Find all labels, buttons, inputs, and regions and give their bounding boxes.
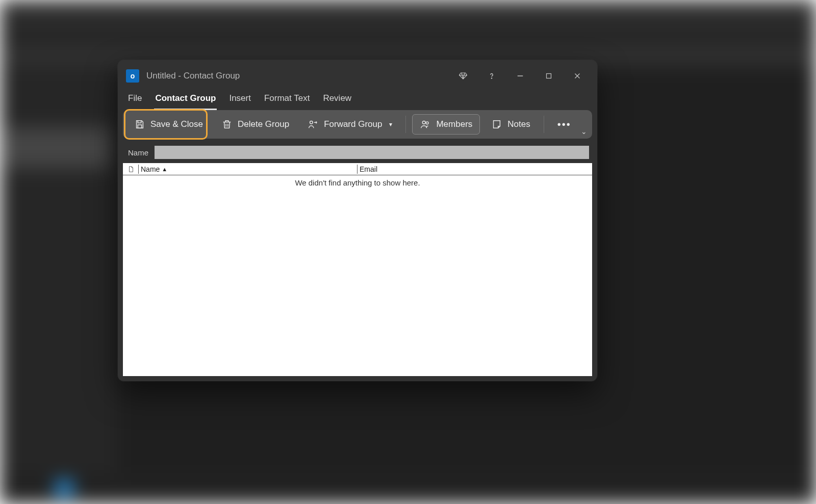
trash-icon xyxy=(221,119,233,130)
help-icon[interactable] xyxy=(479,67,504,85)
minimize-button[interactable] xyxy=(507,67,533,85)
ribbon-collapse-chevron-icon[interactable]: ⌄ xyxy=(581,127,587,136)
ellipsis-icon: ••• xyxy=(557,119,571,130)
doc-type-icon[interactable] xyxy=(126,165,136,173)
tab-review[interactable]: Review xyxy=(322,93,352,110)
save-close-label: Save & Close xyxy=(150,119,203,129)
title-sep: - xyxy=(176,71,184,81)
svg-point-0 xyxy=(491,78,492,78)
name-field-label: Name xyxy=(128,148,148,157)
svg-point-3 xyxy=(310,121,313,124)
forward-people-icon xyxy=(308,119,319,130)
sort-ascending-icon: ▲ xyxy=(162,166,167,172)
name-row: Name xyxy=(123,146,592,163)
col-divider xyxy=(138,165,139,174)
ribbon: Save & Close Delete Group Forward Group … xyxy=(123,110,592,139)
forward-group-button[interactable]: Forward Group ▾ xyxy=(300,115,399,134)
doc-title: Untitled xyxy=(146,71,176,81)
window-type: Contact Group xyxy=(184,71,240,81)
notes-icon xyxy=(491,119,502,130)
chevron-down-icon: ▾ xyxy=(389,121,392,128)
maximize-button[interactable] xyxy=(536,67,562,85)
svg-point-4 xyxy=(423,121,426,124)
tab-file[interactable]: File xyxy=(127,93,143,110)
titlebar: o Untitled - Contact Group xyxy=(118,60,597,92)
column-header-email[interactable]: Email xyxy=(360,165,592,173)
empty-state-message: We didn't find anything to show here. xyxy=(123,175,592,190)
ribbon-separator-2 xyxy=(544,116,544,133)
tab-insert[interactable]: Insert xyxy=(228,93,252,110)
svg-rect-2 xyxy=(138,125,141,128)
notes-button[interactable]: Notes xyxy=(484,115,537,134)
window-title: Untitled - Contact Group xyxy=(146,71,240,81)
members-icon xyxy=(420,119,431,130)
column-name-label: Name xyxy=(141,165,160,173)
members-list-panel: Name ▲ Email We didn't find anything to … xyxy=(123,163,592,376)
window-controls xyxy=(450,67,590,85)
ribbon-separator xyxy=(405,116,406,133)
premium-diamond-icon[interactable] xyxy=(450,67,476,85)
group-name-input[interactable] xyxy=(155,146,589,159)
save-icon xyxy=(134,119,145,130)
column-email-label: Email xyxy=(360,165,377,173)
ribbon-tabs: File Contact Group Insert Format Text Re… xyxy=(118,92,597,110)
tab-format-text[interactable]: Format Text xyxy=(263,93,311,110)
more-options-button[interactable]: ••• xyxy=(550,115,578,135)
column-header-name[interactable]: Name ▲ xyxy=(141,165,355,173)
forward-group-label: Forward Group xyxy=(324,119,382,129)
close-button[interactable] xyxy=(565,67,590,85)
svg-rect-1 xyxy=(547,74,551,78)
members-label: Members xyxy=(436,119,472,129)
outlook-app-icon: o xyxy=(126,69,139,83)
contact-group-window: o Untitled - Contact Group File Contact xyxy=(118,60,597,381)
content-body: Name Name ▲ Email We didn't find anythin… xyxy=(123,146,592,376)
save-and-close-button[interactable]: Save & Close xyxy=(127,115,210,134)
delete-group-button[interactable]: Delete Group xyxy=(214,115,296,134)
svg-point-5 xyxy=(426,122,429,124)
notes-label: Notes xyxy=(507,119,530,129)
tab-contact-group[interactable]: Contact Group xyxy=(154,93,217,110)
column-headers: Name ▲ Email xyxy=(123,163,592,175)
delete-group-label: Delete Group xyxy=(238,119,289,129)
members-button[interactable]: Members xyxy=(412,114,480,135)
col-divider-2 xyxy=(357,165,358,174)
